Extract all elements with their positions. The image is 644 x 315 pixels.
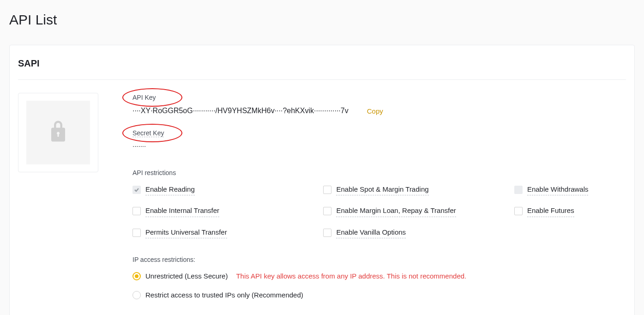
ip-restrictions-label: IP access restrictions: (132, 255, 626, 265)
api-key-value: ····XY·RoGGR5oG···········/HV9YHSZMkH6v·… (132, 105, 349, 116)
api-name: SAPI (18, 56, 626, 80)
checkbox-icon (132, 207, 141, 215)
api-key-label: API Key (132, 93, 156, 103)
restrictions-grid: Enable ReadingEnable Spot & Margin Tradi… (132, 184, 626, 239)
restriction-label: Enable Margin Loan, Repay & Transfer (336, 206, 456, 217)
secret-key-label: Secret Key (132, 128, 164, 138)
checkbox-icon (132, 229, 141, 237)
restriction-checkbox[interactable]: Permits Universal Transfer (132, 227, 319, 239)
restriction-checkbox[interactable]: Enable Vanilla Options (323, 227, 509, 239)
restriction-label: Enable Reading (145, 184, 195, 196)
ip-options: Unrestricted (Less Secure)This API key a… (132, 271, 626, 300)
page-title: API List (9, 9, 635, 30)
restriction-checkbox[interactable]: Enable Internal Transfer (132, 206, 319, 217)
radio-selected-icon (132, 272, 141, 280)
restriction-checkbox[interactable]: Enable Withdrawals (514, 184, 626, 196)
restriction-label: Enable Futures (527, 206, 574, 217)
restriction-checkbox[interactable]: Enable Reading (132, 184, 319, 196)
ip-option-label: Unrestricted (Less Secure) (145, 271, 228, 282)
restrictions-label: API restrictions (132, 168, 626, 178)
restriction-checkbox[interactable]: Enable Futures (514, 206, 626, 217)
restriction-label: Enable Vanilla Options (336, 227, 406, 239)
ip-option[interactable]: Unrestricted (Less Secure)This API key a… (132, 271, 626, 282)
restriction-label: Enable Spot & Margin Trading (336, 184, 428, 196)
checkbox-icon (323, 186, 331, 194)
checkbox-icon (323, 229, 331, 237)
lock-icon (50, 121, 66, 145)
ip-warning-text: This API key allows access from any IP a… (236, 271, 466, 282)
api-card: SAPI API Key ····XY·RoGGR5oG···········/… (9, 45, 635, 315)
qr-placeholder (18, 93, 98, 172)
radio-icon (132, 291, 141, 299)
restriction-label: Permits Universal Transfer (145, 227, 227, 239)
restriction-label: Enable Withdrawals (527, 184, 589, 196)
restriction-checkbox[interactable]: Enable Spot & Margin Trading (323, 184, 509, 196)
restriction-label: Enable Internal Transfer (145, 206, 219, 217)
secret-key-value: ······· (132, 141, 626, 151)
copy-button[interactable]: Copy (367, 107, 383, 115)
ip-option-label: Restrict access to trusted IPs only (Rec… (145, 290, 303, 301)
checkbox-icon (514, 186, 523, 194)
restriction-checkbox[interactable]: Enable Margin Loan, Repay & Transfer (323, 206, 509, 217)
checkbox-icon (323, 207, 331, 215)
checkbox-icon (514, 207, 523, 215)
ip-option[interactable]: Restrict access to trusted IPs only (Rec… (132, 290, 626, 301)
checkbox-checked-icon (132, 186, 141, 194)
